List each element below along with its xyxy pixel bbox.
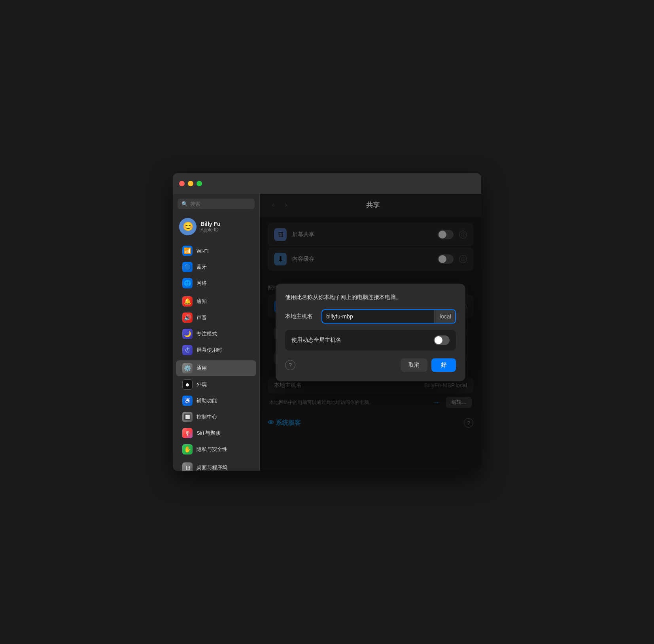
modal-input-container: .local (321, 309, 456, 324)
sidebar-label-privacy: 隐私与安全性 (197, 446, 227, 453)
minimize-button[interactable] (188, 181, 193, 186)
sidebar: 🔍 😊 Billy Fu Apple ID 📶 Wi-Fi 🔵 (173, 194, 260, 471)
close-button[interactable] (179, 181, 185, 186)
main-layout: 🔍 😊 Billy Fu Apple ID 📶 Wi-Fi 🔵 (173, 194, 481, 471)
sidebar-section-network: 📶 Wi-Fi 🔵 蓝牙 🌐 网络 (173, 242, 259, 292)
sidebar-item-wifi[interactable]: 📶 Wi-Fi (176, 243, 256, 259)
maximize-button[interactable] (197, 181, 202, 186)
search-bar[interactable]: 🔍 (178, 199, 255, 209)
modal-overlay: 使用此名称从你本地子网上的电脑连接本电脑。 本地主机名 .local 使用动态全… (260, 194, 481, 471)
user-info: Billy Fu Apple ID (200, 221, 221, 233)
control-icon: 🔲 (182, 412, 193, 422)
user-name: Billy Fu (200, 221, 221, 227)
modal-field-row: 本地主机名 .local (285, 309, 456, 324)
privacy-icon: ✋ (182, 444, 193, 455)
sidebar-item-control[interactable]: 🔲 控制中心 (176, 409, 256, 425)
screentime-icon: ⏱ (182, 345, 193, 355)
title-bar (173, 173, 481, 194)
focus-icon: 🌙 (182, 329, 193, 339)
sidebar-label-general: 通用 (197, 365, 207, 372)
sidebar-section-system: ⚙️ 通用 ● 外观 ♿ 辅助功能 🔲 控制中心 🎙 Siri 与聚焦 (173, 360, 259, 458)
siri-icon: 🎙 (182, 428, 193, 438)
sidebar-label-sound: 声音 (197, 314, 207, 321)
wifi-icon: 📶 (182, 246, 193, 256)
sidebar-label-accessibility: 辅助功能 (197, 397, 217, 404)
hostname-modal: 使用此名称从你本地子网上的电脑连接本电脑。 本地主机名 .local 使用动态全… (276, 284, 465, 381)
desktop-icon: 🖥 (182, 462, 193, 471)
sidebar-item-siri[interactable]: 🎙 Siri 与聚焦 (176, 425, 256, 441)
sidebar-label-control: 控制中心 (197, 413, 217, 420)
modal-toggle-row: 使用动态全局主机名 (285, 330, 456, 350)
sidebar-label-wifi: Wi-Fi (197, 248, 208, 254)
appearance-icon: ● (182, 379, 193, 390)
search-icon: 🔍 (181, 201, 188, 207)
cancel-button[interactable]: 取消 (401, 358, 427, 372)
sidebar-section-display: 🖥 桌面与程序坞 💻 显示器 🖼 墙纸 ✨ 屏幕保护程序 🔋 电池 (173, 459, 259, 471)
sidebar-item-general[interactable]: ⚙️ 通用 (176, 360, 256, 376)
sidebar-item-sound[interactable]: 🔊 声音 (176, 310, 256, 326)
sidebar-item-desktop[interactable]: 🖥 桌面与程序坞 (176, 460, 256, 471)
user-subtitle: Apple ID (200, 227, 221, 233)
sidebar-item-appearance[interactable]: ● 外观 (176, 377, 256, 392)
modal-help-button[interactable]: ? (285, 360, 295, 370)
sidebar-item-bluetooth[interactable]: 🔵 蓝牙 (176, 259, 256, 275)
sidebar-label-network: 网络 (197, 280, 207, 287)
sidebar-label-desktop: 桌面与程序坞 (197, 464, 227, 471)
sidebar-item-screentime[interactable]: ⏱ 屏幕使用时 (176, 342, 256, 358)
user-profile[interactable]: 😊 Billy Fu Apple ID (173, 214, 259, 239)
search-input[interactable] (190, 201, 251, 207)
sidebar-label-focus: 专注模式 (197, 330, 217, 337)
hostname-input[interactable] (322, 310, 434, 323)
sidebar-item-notification[interactable]: 🔔 通知 (176, 294, 256, 309)
network-icon: 🌐 (182, 278, 193, 288)
sidebar-section-alerts: 🔔 通知 🔊 声音 🌙 专注模式 ⏱ 屏幕使用时 (173, 293, 259, 358)
modal-field-label: 本地主机名 (285, 313, 317, 320)
sidebar-label-screentime: 屏幕使用时 (197, 347, 222, 354)
main-window: 🔍 😊 Billy Fu Apple ID 📶 Wi-Fi 🔵 (173, 173, 481, 471)
sidebar-label-notification: 通知 (197, 298, 207, 305)
sidebar-item-network[interactable]: 🌐 网络 (176, 275, 256, 291)
modal-action-buttons: 取消 好 (401, 358, 456, 372)
dynamic-hostname-toggle[interactable] (434, 335, 450, 345)
content-area: ‹ › 共享 🖥 屏幕共享 ⓘ ⬇ 内容缓存 ⓘ (260, 194, 481, 471)
modal-description: 使用此名称从你本地子网上的电脑连接本电脑。 (285, 293, 456, 301)
notification-icon: 🔔 (182, 296, 193, 307)
bluetooth-icon: 🔵 (182, 262, 193, 272)
modal-actions: ? 取消 好 (285, 358, 456, 372)
sidebar-label-siri: Siri 与聚焦 (197, 430, 221, 437)
sidebar-item-focus[interactable]: 🌙 专注模式 (176, 326, 256, 342)
sidebar-item-privacy[interactable]: ✋ 隐私与安全性 (176, 441, 256, 457)
accessibility-icon: ♿ (182, 396, 193, 406)
general-icon: ⚙️ (182, 363, 193, 373)
sidebar-label-bluetooth: 蓝牙 (197, 263, 207, 271)
sound-icon: 🔊 (182, 313, 193, 323)
ok-button[interactable]: 好 (431, 358, 456, 372)
hostname-suffix: .local (434, 310, 455, 323)
avatar-image: 😊 (179, 218, 197, 235)
traffic-lights (179, 181, 202, 186)
avatar: 😊 (179, 218, 197, 235)
modal-toggle-label: 使用动态全局主机名 (291, 337, 341, 344)
sidebar-label-appearance: 外观 (197, 381, 207, 388)
sidebar-item-accessibility[interactable]: ♿ 辅助功能 (176, 393, 256, 409)
